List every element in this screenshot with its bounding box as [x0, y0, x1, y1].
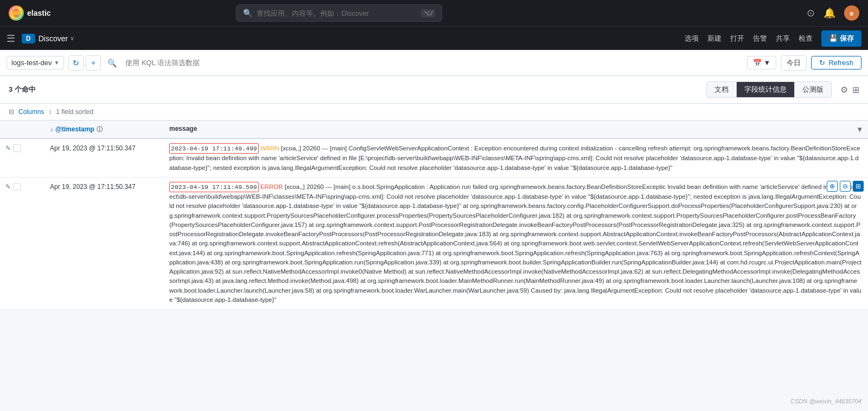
row-minus-icon[interactable]: ⊖: [840, 181, 851, 192]
sort-down-icon: ↓: [50, 125, 53, 133]
filter-bar: logs-test-dev ▼ ↻ ＋ 🔍 📅 ▼ 今日 ↻ Refresh: [0, 50, 868, 76]
header-right: 文档 字段统计信息 公测版 ⚙ ⊞: [706, 81, 859, 98]
date-picker-chevron: ▼: [764, 59, 771, 67]
refresh-button[interactable]: ↻ Refresh: [811, 56, 861, 69]
sorted-label: 1 field sorted: [56, 108, 93, 116]
open-button[interactable]: 打开: [730, 34, 744, 43]
elastic-brand-text: elastic: [27, 9, 51, 17]
user-avatar[interactable]: e: [844, 5, 859, 21]
search-icon: 🔍: [243, 9, 252, 17]
table-subheader: ⊟ Columns ↕ 1 field sorted: [0, 104, 868, 121]
top-right-icons: ⊙ 🔔 e: [807, 5, 859, 21]
global-search[interactable]: 🔍 ⌥/: [236, 4, 442, 22]
expand-row-icon[interactable]: ✎: [5, 144, 11, 152]
results-header: 3 个命中 文档 字段统计信息 公测版 ⚙ ⊞: [0, 76, 868, 104]
log-level-warn-1: WARN: [260, 145, 281, 151]
tab-field-stats[interactable]: 字段统计信息: [737, 82, 795, 97]
add-filter-icon[interactable]: ＋: [86, 55, 101, 71]
filter-icon-group: ↻ ＋: [68, 55, 101, 71]
sort-icon: ↕: [48, 108, 52, 116]
row-message-1: 2023-04-19 17:11:49.499 WARN [xcoa,,] 20…: [163, 139, 868, 177]
row-expand-icon[interactable]: ⊕: [827, 181, 838, 192]
svg-point-2: [12, 11, 21, 15]
filter-refresh-icon[interactable]: ↻: [68, 55, 84, 71]
date-picker[interactable]: 📅 ▼: [747, 56, 777, 69]
row-message-2: 2023-04-19 17:11:49.599 ERROR [xcoa,,] 2…: [163, 178, 868, 309]
log-timestamp-1: 2023-04-19 17:11:49.499: [169, 143, 259, 154]
nav-action-buttons: 选项 新建 打开 告警 共享 检查 💾 保存: [685, 30, 861, 47]
row-actions-2: ✎: [0, 178, 43, 309]
row-timestamp-2: Apr 19, 2023 @ 17:11:50.347: [43, 178, 163, 195]
app-label[interactable]: Discover ∨: [39, 34, 74, 43]
refresh-icon: ↻: [819, 59, 825, 67]
help-icon[interactable]: ⊙: [807, 7, 815, 19]
settings-gear-icon[interactable]: ⚙: [840, 85, 848, 95]
save-icon: 💾: [829, 34, 838, 42]
index-name: logs-test-dev: [11, 59, 52, 67]
row-filter-icon[interactable]: ⊞: [853, 181, 864, 192]
row-action-icons: ⊕ ⊖ ⊞: [827, 181, 864, 192]
today-button[interactable]: 今日: [781, 55, 807, 71]
columns-label[interactable]: Columns: [18, 108, 44, 116]
timestamp-info-icon: ⓘ: [97, 125, 103, 134]
table-header: ↓ @timestamp ⓘ message ▾: [0, 121, 868, 139]
display-options-icon[interactable]: ⊞: [852, 85, 859, 95]
header-setting-icons: ⚙ ⊞: [840, 85, 859, 95]
search-shortcut-badge: ⌥/: [421, 9, 435, 17]
tab-documents[interactable]: 文档: [707, 82, 737, 97]
search-icon-in-bar: 🔍: [107, 59, 117, 67]
log-content-2: [xcoa,,] 20260 --- [main] o.s.boot.Sprin…: [169, 184, 861, 303]
right-filter-actions: 📅 ▼ 今日 ↻ Refresh: [747, 55, 861, 71]
notifications-icon[interactable]: 🔔: [824, 7, 835, 19]
columns-icon: ⊟: [9, 108, 14, 116]
row-checkbox[interactable]: [13, 144, 21, 152]
row-actions-1: ✎: [0, 139, 43, 177]
hit-count: 3 个命中: [9, 85, 36, 94]
main-content: 3 个命中 文档 字段统计信息 公测版 ⚙ ⊞ ⊟ Columns ↕ 1 fi…: [0, 76, 868, 309]
col-message-expand-icon: ▾: [858, 125, 861, 134]
table-row: ✎ Apr 19, 2023 @ 17:11:50.347 2023-04-19…: [0, 178, 868, 309]
calendar-icon: 📅: [753, 59, 762, 67]
app-label-chevron: ∨: [70, 35, 74, 42]
col-header-timestamp[interactable]: ↓ @timestamp ⓘ: [43, 121, 163, 138]
log-level-error-2: ERROR: [260, 184, 285, 190]
tab-beta[interactable]: 公测版: [795, 82, 831, 97]
view-tabs: 文档 字段统计信息 公测版: [706, 81, 832, 98]
share-button[interactable]: 共享: [776, 34, 790, 43]
index-selector[interactable]: logs-test-dev ▼: [7, 56, 64, 69]
new-button[interactable]: 新建: [707, 34, 722, 43]
top-navigation: elastic 🔍 ⌥/ ⊙ 🔔 e: [0, 0, 868, 26]
col-header-actions: [0, 125, 43, 134]
col-header-message: message ▾: [163, 121, 868, 138]
row-timestamp-1: Apr 19, 2023 @ 17:11:50.347: [43, 139, 163, 156]
table-row: ✎ Apr 19, 2023 @ 17:11:50.347 2023-04-19…: [0, 139, 868, 178]
save-button[interactable]: 💾 保存: [821, 30, 861, 47]
index-dropdown-chevron: ▼: [54, 60, 59, 66]
kql-input[interactable]: [121, 53, 742, 73]
global-search-input[interactable]: [257, 9, 417, 17]
alert-button[interactable]: 告警: [753, 34, 767, 43]
row-checkbox-2[interactable]: [13, 183, 21, 191]
options-button[interactable]: 选项: [685, 34, 699, 43]
elastic-logo-icon: [9, 5, 24, 21]
second-navigation: ☰ D Discover ∨ 选项 新建 打开 告警 共享 检查 💾 保存: [0, 26, 868, 50]
app-badge: D: [22, 34, 35, 43]
log-timestamp-2: 2023-04-19 17:11:49.599: [169, 182, 259, 192]
expand-row-icon-2[interactable]: ✎: [5, 183, 11, 191]
inspect-button[interactable]: 检查: [799, 34, 813, 43]
app-breadcrumb: D Discover ∨: [22, 34, 74, 43]
hamburger-menu[interactable]: ☰: [7, 33, 15, 45]
elastic-logo[interactable]: elastic: [9, 5, 51, 21]
